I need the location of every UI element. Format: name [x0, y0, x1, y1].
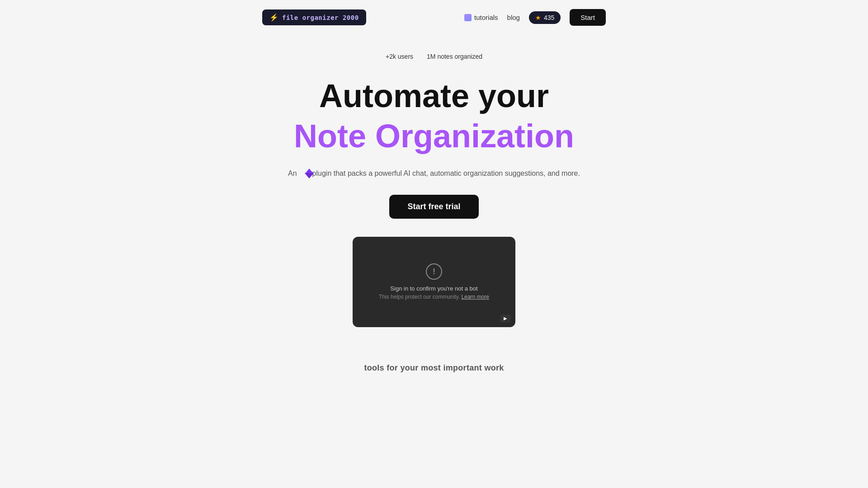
hero-title-line1: Automate your [319, 78, 549, 114]
navbar: ⚡ file organizer 2000 tutorials blog ★ 4… [262, 0, 606, 35]
youtube-icon[interactable] [500, 314, 511, 323]
subtitle-prefix: An [288, 169, 297, 178]
hero-subtitle: An plugin that packs a powerful AI chat,… [288, 169, 580, 178]
video-embed: Sign in to confirm you're not a bot This… [353, 237, 515, 327]
obsidian-icon [300, 169, 310, 178]
hero-stats: +2k users 1M notes organized [386, 53, 482, 60]
start-free-trial-button[interactable]: Start free trial [389, 195, 478, 219]
tutorials-icon [464, 14, 472, 21]
hero-section: +2k users 1M notes organized Automate yo… [0, 35, 868, 354]
nav-right: tutorials blog ★ 435 Start [464, 9, 606, 26]
logo-text: file organizer 2000 [282, 14, 359, 21]
star-badge[interactable]: ★ 435 [529, 11, 561, 24]
tools-title: tools for your most important work [364, 363, 504, 373]
signin-sub-text: This helps protect our community. [379, 294, 460, 300]
blog-label: blog [507, 14, 520, 21]
blog-link[interactable]: blog [507, 14, 520, 21]
tools-section: tools for your most important work [364, 354, 504, 382]
start-button[interactable]: Start [570, 9, 606, 26]
hero-title-line2: Note Organization [294, 117, 574, 155]
lightning-icon: ⚡ [269, 13, 278, 22]
signin-subtitle: This helps protect our community. Learn … [379, 294, 489, 300]
logo-pill[interactable]: ⚡ file organizer 2000 [262, 9, 366, 25]
page-wrapper: ⚡ file organizer 2000 tutorials blog ★ 4… [0, 0, 868, 382]
subtitle-suffix: plugin that packs a powerful AI chat, au… [312, 169, 580, 178]
tutorials-label: tutorials [474, 14, 498, 21]
star-count: 435 [544, 14, 554, 21]
learn-more-link[interactable]: Learn more [462, 294, 489, 300]
star-icon: ★ [535, 14, 541, 21]
signin-icon [426, 263, 442, 280]
tutorials-link[interactable]: tutorials [464, 14, 498, 21]
users-stat: +2k users [386, 53, 413, 60]
notes-stat: 1M notes organized [427, 53, 482, 60]
signin-title: Sign in to confirm you're not a bot [390, 285, 477, 292]
gem-shape [300, 169, 309, 178]
